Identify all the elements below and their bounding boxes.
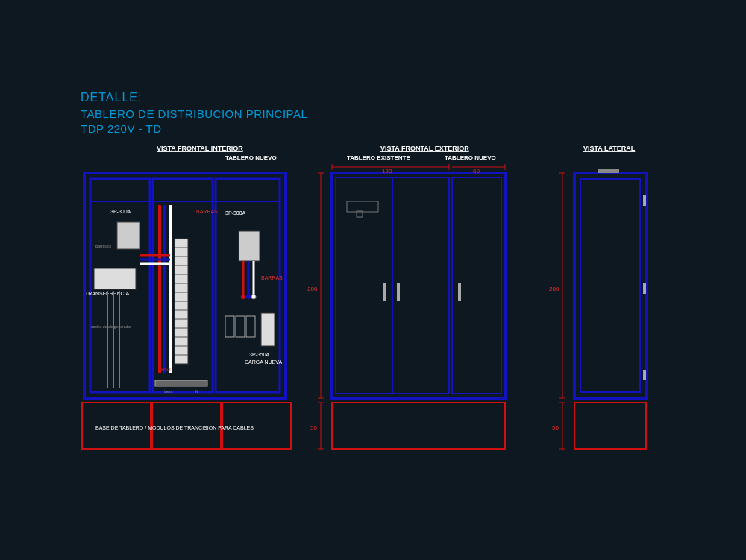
svg-point-25 <box>246 295 251 299</box>
dim-w-right: 60 <box>473 168 480 174</box>
rst-label: RST <box>161 367 172 372</box>
dim-w-left: 120 <box>382 168 392 174</box>
svg-rect-44 <box>643 283 646 294</box>
tierra-label: tierra <box>164 389 173 394</box>
handle-l <box>383 283 386 301</box>
ground-bar <box>155 380 207 386</box>
interior-sub: TABLERO NUEVO <box>225 154 277 161</box>
transfer-block <box>94 268 136 289</box>
exterior-sub-left: TABLERO EXISTENTE <box>347 154 410 161</box>
cables-label: cables desde generador <box>91 324 131 329</box>
dim-h-main-lat: 200 <box>549 286 560 292</box>
breaker1-label: 3P-300A <box>110 209 131 214</box>
dim-h-base-lat: 50 <box>552 424 559 431</box>
breaker-device3 <box>261 313 275 346</box>
title-line1: DETALLE: <box>81 91 142 104</box>
handle-new <box>458 283 461 301</box>
interior-heading: VISTA FRONTAL INTERIOR <box>157 145 243 152</box>
svg-rect-43 <box>643 195 646 206</box>
barras2-label: BARRAS <box>261 275 283 280</box>
dim-h-base-ext: 50 <box>310 424 317 431</box>
breaker3-label: 3P-350A <box>249 352 270 357</box>
lateral-heading: VISTA LATERAL <box>583 145 636 152</box>
breaker2-label: 3P-300A <box>225 210 246 215</box>
breaker-device2 <box>239 231 260 261</box>
barras-cu-label: Barras cu <box>95 244 112 248</box>
title-line2: TABLERO DE DISTRIBUCION PRINCIPAL <box>81 107 307 120</box>
breaker-device <box>117 222 140 249</box>
lat-cap <box>598 169 619 173</box>
exterior-heading: VISTA FRONTAL EXTERIOR <box>380 145 469 152</box>
svg-point-26 <box>251 295 256 299</box>
barras1-label: BARRAS <box>196 209 218 214</box>
svg-rect-45 <box>643 370 646 380</box>
base-label: BASE DE TABLERO / MODULOS DE TRANCISION … <box>95 425 254 430</box>
n-label: N <box>195 389 198 394</box>
dim-h-main-ext: 200 <box>307 286 318 292</box>
svg-point-24 <box>241 295 245 299</box>
cad-drawing: DETALLE: TABLERO DE DISTRIBUCION PRINCIP… <box>0 0 746 560</box>
title-line3: TDP 220V - TD <box>81 122 161 135</box>
exterior-sub-right: TABLERO NUEVO <box>445 154 496 161</box>
carga-label: CARGA NUEVA <box>245 359 282 365</box>
handle-r <box>397 283 400 301</box>
